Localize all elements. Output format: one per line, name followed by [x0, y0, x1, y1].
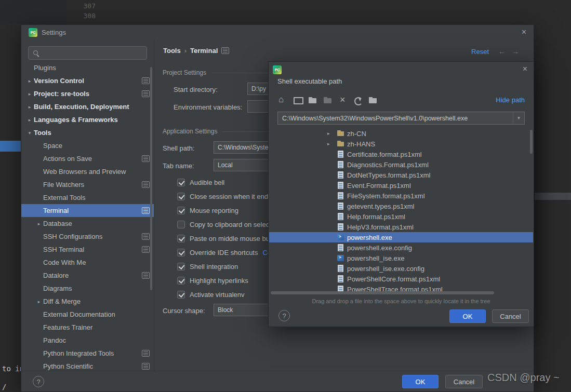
- chevron-icon[interactable]: ▾: [25, 130, 34, 136]
- breadcrumb-tools[interactable]: Tools: [163, 47, 181, 55]
- file-row[interactable]: powershell.exe: [269, 232, 533, 242]
- copy-folder-icon[interactable]: [323, 96, 333, 106]
- chevron-down-icon[interactable]: ▼: [513, 112, 524, 124]
- file-row[interactable]: ▸ zh-CN: [269, 128, 533, 139]
- sidebar-item[interactable]: ▸ Database: [21, 217, 154, 230]
- chevron-icon[interactable]: ▸: [25, 104, 34, 110]
- file-row[interactable]: Help.format.ps1xml: [269, 211, 533, 222]
- checkbox[interactable]: [177, 179, 185, 186]
- chevron-icon[interactable]: ▸: [35, 221, 43, 226]
- close-icon[interactable]: ×: [522, 28, 526, 36]
- cancel-button[interactable]: Cancel: [492, 309, 529, 323]
- home-icon[interactable]: [277, 96, 288, 106]
- sidebar-item[interactable]: Web Browsers and Preview: [21, 165, 154, 178]
- file-row[interactable]: getevent.types.ps1xml: [269, 201, 533, 211]
- sidebar-item[interactable]: Python Scientific: [21, 360, 154, 371]
- sidebar-item[interactable]: Features Trainer: [21, 321, 154, 334]
- file-row[interactable]: ▸ zh-HANS: [269, 139, 533, 149]
- checkbox[interactable]: [177, 235, 185, 242]
- file-icon: [337, 202, 345, 210]
- ok-button[interactable]: OK: [402, 375, 439, 388]
- sidebar-item[interactable]: SSH Configurations: [21, 230, 154, 243]
- new-folder-icon[interactable]: [308, 96, 318, 106]
- sidebar-item[interactable]: Plugins: [21, 61, 154, 74]
- sidebar-scrollbar[interactable]: [150, 67, 152, 290]
- file-icon: [337, 212, 345, 221]
- sidebar-item[interactable]: External Tools: [21, 191, 154, 204]
- file-name: zh-HANS: [347, 140, 375, 148]
- checkbox[interactable]: [177, 221, 185, 228]
- chevron-icon[interactable]: ▸: [327, 141, 337, 146]
- cancel-button[interactable]: Cancel: [445, 375, 483, 388]
- sidebar-item[interactable]: Datalore: [21, 269, 154, 282]
- checkbox[interactable]: [177, 263, 185, 271]
- file-row[interactable]: DotNetTypes.format.ps1xml: [269, 170, 533, 180]
- chevron-icon[interactable]: ▸: [25, 78, 34, 84]
- file-row[interactable]: powershell_ise.exe.config: [269, 263, 533, 274]
- file-row[interactable]: powershell_ise.exe: [269, 253, 533, 263]
- reset-link[interactable]: Reset: [471, 48, 489, 56]
- vertical-scrollbar[interactable]: [530, 130, 533, 154]
- sidebar-item[interactable]: ▸ Diff & Merge: [21, 295, 154, 308]
- delete-icon[interactable]: [338, 96, 348, 106]
- ok-button[interactable]: OK: [449, 309, 486, 323]
- settings-title: Settings: [42, 29, 66, 36]
- sidebar-item[interactable]: Pandoc: [21, 334, 154, 347]
- panel-icon: [221, 47, 229, 54]
- sidebar-item-label: File Watchers: [43, 181, 84, 188]
- help-button[interactable]: ?: [278, 310, 290, 321]
- checkbox[interactable]: [177, 249, 185, 256]
- file-row[interactable]: powershell.exe.config: [269, 242, 533, 253]
- file-row[interactable]: FileSystem.format.ps1xml: [269, 191, 533, 201]
- file-row[interactable]: Diagnostics.Format.ps1xml: [269, 159, 533, 170]
- csdn-watermark: CSDN @pray ~: [487, 372, 560, 384]
- chevron-icon[interactable]: ▸: [35, 299, 43, 304]
- sidebar-item[interactable]: SSH Terminal: [21, 243, 154, 256]
- help-button[interactable]: ?: [33, 376, 44, 387]
- sidebar-item[interactable]: Terminal: [21, 204, 154, 217]
- sidebar-item[interactable]: Code With Me: [21, 256, 154, 269]
- sidebar-item[interactable]: ▾ Tools: [21, 126, 154, 139]
- exe-icon: [337, 233, 345, 241]
- sidebar-item[interactable]: ▸ Build, Execution, Deployment: [21, 100, 154, 113]
- sidebar-item[interactable]: Actions on Save: [21, 152, 154, 165]
- path-combobox[interactable]: C:\Windows\System32\WindowsPowerShell\v1…: [277, 112, 525, 125]
- sidebar-item[interactable]: Diagrams: [21, 282, 154, 295]
- sidebar-item-label: Datalore: [43, 272, 69, 279]
- file-row[interactable]: HelpV3.format.ps1xml: [269, 222, 533, 232]
- settings-search[interactable]: [28, 46, 147, 60]
- link-folder-icon[interactable]: [368, 96, 378, 106]
- forward-arrow-icon[interactable]: →: [512, 47, 519, 56]
- checkbox[interactable]: [177, 193, 185, 200]
- sidebar-item[interactable]: ▸ Languages & Frameworks: [21, 113, 154, 126]
- sidebar-item[interactable]: ▸ Version Control: [21, 74, 154, 87]
- file-icon: [337, 264, 345, 273]
- file-row[interactable]: Certificate.format.ps1xml: [269, 149, 533, 159]
- back-arrow-icon[interactable]: ←: [498, 47, 506, 56]
- close-icon[interactable]: ×: [523, 65, 527, 73]
- chevron-icon[interactable]: ▸: [25, 117, 34, 123]
- checkbox[interactable]: [177, 291, 185, 299]
- sidebar-item[interactable]: External Documentation: [21, 308, 154, 321]
- file-name: PowerShellCore.format.ps1xml: [347, 275, 440, 283]
- environment-variables-label: Environment variables:: [174, 103, 242, 111]
- chevron-icon[interactable]: ▸: [327, 131, 337, 136]
- path-value: C:\Windows\System32\WindowsPowerShell\v1…: [278, 115, 513, 122]
- sidebar-item[interactable]: File Watchers: [21, 178, 154, 191]
- checkbox[interactable]: [177, 277, 185, 285]
- desktop-icon[interactable]: [293, 96, 303, 106]
- hide-path-link[interactable]: Hide path: [496, 96, 525, 104]
- horizontal-scrollbar[interactable]: [271, 291, 494, 294]
- refresh-icon[interactable]: [353, 96, 363, 106]
- sidebar-item[interactable]: Space: [21, 139, 154, 152]
- file-icon: [337, 181, 345, 190]
- pycharm-logo-icon: PC: [273, 65, 282, 74]
- file-row[interactable]: PowerShellCore.format.ps1xml: [269, 274, 533, 284]
- chevron-icon[interactable]: ▸: [25, 91, 34, 97]
- sidebar-item[interactable]: ▸ Project: sre-tools: [21, 87, 154, 100]
- sidebar-item[interactable]: Python Integrated Tools: [21, 347, 154, 360]
- search-input[interactable]: [43, 49, 142, 57]
- checkbox[interactable]: [177, 207, 185, 214]
- breadcrumb-terminal: Terminal: [190, 47, 218, 55]
- file-row[interactable]: Event.Format.ps1xml: [269, 180, 533, 191]
